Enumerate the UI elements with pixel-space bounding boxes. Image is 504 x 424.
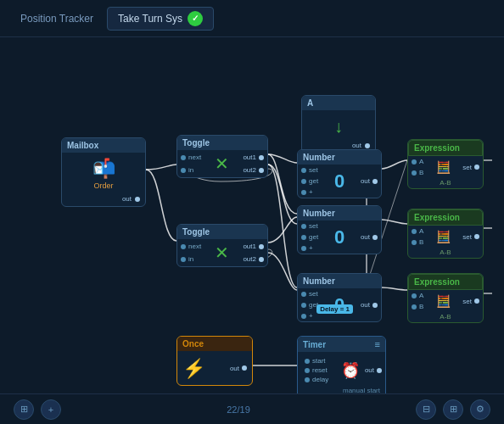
toggle2-icon-area: ✕ [204, 243, 239, 263]
node-toggle2-header: Toggle [177, 225, 267, 239]
expr2-out-ports: set [462, 233, 479, 241]
delay-badge: Delay = 1 [316, 304, 353, 314]
timer-in-ports: start reset delay [301, 355, 336, 385]
node-expr1: Expression A B 🧮 set [407, 139, 484, 189]
toggle2-in-port[interactable] [181, 257, 186, 262]
node-number2-body: set get + 0 out [298, 220, 381, 254]
layout-button[interactable]: ⊟ [416, 399, 436, 420]
mailbox-out-port[interactable] [135, 197, 140, 202]
node-expr3: Expression A B 🧮 set [407, 273, 484, 323]
expr1-in-ports: A B [412, 158, 423, 176]
expr2-a-port[interactable] [412, 229, 417, 234]
node-toggle2-body: next in ✕ out1 out2 [177, 239, 267, 266]
expr1-set-port[interactable] [474, 165, 479, 170]
tab-position-tracker-label: Position Tracker [20, 13, 93, 25]
expr1-out-ports: set [462, 164, 479, 171]
number1-plus-port[interactable] [301, 190, 306, 195]
node-number3: Number set get + 0 Delay = 1 [297, 273, 382, 322]
node-toggle2: Toggle next in ✕ out1 [176, 224, 268, 267]
toggle2-out-ports: out1 out2 [243, 243, 264, 263]
number1-get-port[interactable] [301, 179, 306, 184]
timer-manual-start-label: manual start [298, 387, 385, 393]
page-counter: 22/19 [227, 404, 250, 415]
toggle1-next-port[interactable] [181, 155, 186, 160]
expr2-calc-icon: 🧮 [436, 230, 451, 243]
number1-value: 0 [334, 169, 344, 194]
expr1-calc-icon: 🧮 [436, 160, 451, 174]
node-toggle1-header: Toggle [177, 136, 267, 150]
expr3-out-ports: set [462, 298, 479, 305]
number3-get-port[interactable] [301, 303, 306, 308]
node-expr2-header: Expression [408, 209, 483, 226]
number2-plus-port[interactable] [301, 246, 306, 251]
node-toggle1: Toggle next in ✕ out1 [176, 135, 268, 178]
node-expr1-header: Expression [408, 140, 483, 156]
expr2-b-port[interactable] [412, 240, 417, 245]
node-number1: Number set get + 0 [297, 149, 382, 198]
toggle2-out1-port[interactable] [259, 244, 264, 249]
timer-out-port[interactable] [377, 368, 382, 373]
tab-take-turn-sys-label: Take Turn Sys [118, 13, 182, 25]
number2-get-port[interactable] [301, 235, 306, 240]
timer-delay-port[interactable] [305, 377, 310, 382]
mailbox-sublabel: Order [62, 181, 145, 193]
tab-take-turn-sys[interactable]: Take Turn Sys ✓ [107, 7, 214, 31]
zoom-fit-button[interactable]: ⊞ [14, 399, 34, 420]
number3-in-ports: set get + [301, 290, 318, 320]
bottom-right-tools: ⊟ ⊞ ⚙ [416, 399, 490, 420]
number3-plus-port[interactable] [301, 314, 306, 319]
number2-in-ports: set get + [301, 222, 318, 252]
toggle2-out2-port[interactable] [259, 257, 264, 262]
settings-button[interactable]: ⚙ [470, 399, 490, 420]
node-number1-header: Number [298, 150, 381, 165]
number3-set-port[interactable] [301, 292, 306, 297]
node-number1-body: set get + 0 out [298, 165, 381, 198]
number2-set-port[interactable] [301, 224, 306, 229]
expr2-set-port[interactable] [474, 234, 479, 239]
node-a-header: A [302, 96, 375, 110]
number2-out-port[interactable] [372, 235, 378, 240]
expr3-a-port[interactable] [412, 293, 417, 298]
node-timer: Timer ≡ start reset delay ⏰ [297, 336, 386, 393]
number1-in-ports: set get + [301, 166, 318, 196]
node-mailbox: Mailbox 📬 Order out [61, 137, 146, 207]
expr1-b-port[interactable] [412, 170, 417, 176]
node-canvas[interactable]: A ↓ out Mailbox 📬 Order out Toggle next [0, 37, 504, 393]
timer-reset-port[interactable] [305, 368, 310, 373]
node-number3-header: Number [298, 274, 381, 288]
once-out-port[interactable] [242, 365, 247, 371]
toggle1-in-ports: next in [181, 153, 201, 174]
node-toggle1-body: next in ✕ out1 out2 [177, 150, 267, 177]
page-info: 22/19 [227, 404, 250, 415]
toggle1-in-port[interactable] [181, 168, 186, 173]
timer-start-port[interactable] [305, 359, 310, 364]
node-timer-header: Timer ≡ [298, 337, 385, 352]
toggle2-next-port[interactable] [181, 244, 186, 249]
expr1-a-port[interactable] [412, 159, 417, 165]
timer-menu-icon[interactable]: ≡ [375, 339, 380, 349]
toggle1-icon-area: ✕ [204, 153, 239, 174]
node-once-header: Once [177, 337, 252, 351]
add-node-button[interactable]: + [41, 399, 61, 420]
expr3-calc-icon: 🧮 [436, 294, 451, 308]
grid-button[interactable]: ⊞ [443, 399, 463, 420]
expr3-b-port[interactable] [412, 304, 417, 310]
node-expr2: Expression A B 🧮 set [407, 209, 484, 259]
expr3-set-port[interactable] [474, 298, 479, 304]
toggle1-out1-port[interactable] [259, 155, 264, 160]
expr2-in-ports: A B [412, 227, 423, 246]
expr3-in-ports: A B [412, 292, 423, 310]
toggle1-out2-port[interactable] [259, 168, 264, 173]
toggle2-in-ports: next in [181, 243, 201, 263]
number1-set-port[interactable] [301, 168, 306, 173]
node-a-out-port[interactable] [365, 143, 370, 148]
tab-position-tracker[interactable]: Position Tracker [10, 9, 104, 28]
number2-value: 0 [334, 225, 344, 250]
number1-out-port[interactable] [372, 179, 378, 184]
number3-out-port[interactable] [372, 303, 378, 308]
node-a-arrow: ↓ [334, 114, 343, 140]
topbar: Position Tracker Take Turn Sys ✓ [0, 0, 504, 37]
expr1-sublabel: A-B [408, 178, 483, 188]
node-number2-header: Number [298, 206, 381, 220]
node-expr1-body: A B 🧮 set [408, 156, 483, 178]
